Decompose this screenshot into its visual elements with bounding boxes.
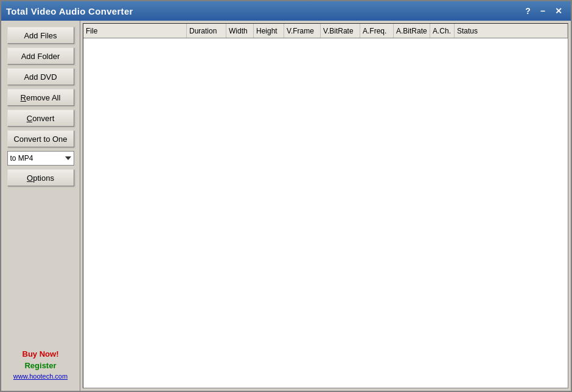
website-link[interactable]: www.hootech.com: [13, 373, 68, 380]
remove-all-label: Remove All: [21, 93, 61, 102]
main-content: Add Files Add Folder Add DVD Remove All …: [1, 21, 571, 391]
options-label: Options: [27, 173, 54, 183]
buy-now-link[interactable]: Buy Now!: [23, 349, 59, 359]
add-files-label: Add Files: [24, 31, 57, 40]
column-header-afreq: A.Freq.: [360, 24, 394, 38]
options-button[interactable]: Options: [7, 169, 74, 186]
remove-all-button[interactable]: Remove All: [7, 89, 74, 106]
column-header-vframe: V.Frame: [284, 24, 321, 38]
column-header-ach: A.Ch.: [430, 24, 455, 38]
column-header-file: File: [83, 24, 187, 38]
column-header-height: Height: [254, 24, 284, 38]
file-list-area: File Duration Width Height V.Frame V.Bit…: [83, 23, 568, 388]
convert-to-one-button[interactable]: Convert to One: [7, 130, 74, 147]
sidebar-bottom: Buy Now! Register www.hootech.com: [13, 349, 68, 385]
convert-button[interactable]: Convert: [7, 110, 74, 127]
add-files-button[interactable]: Add Files: [7, 27, 74, 44]
sidebar: Add Files Add Folder Add DVD Remove All …: [1, 21, 80, 391]
minimize-button[interactable]: −: [537, 5, 549, 17]
close-button[interactable]: ✕: [551, 5, 566, 17]
add-dvd-label: Add DVD: [24, 72, 57, 82]
convert-label: Convert: [27, 114, 55, 123]
main-window: Total Video Audio Converter ? − ✕ Add Fi…: [0, 0, 572, 392]
title-bar: Total Video Audio Converter ? − ✕: [1, 1, 571, 21]
help-button[interactable]: ?: [521, 5, 534, 17]
register-link[interactable]: Register: [24, 361, 56, 370]
window-controls: ? − ✕: [521, 5, 566, 17]
format-select[interactable]: to MP4 to AVI to MOV to MP3 to WAV to AA…: [7, 151, 74, 166]
file-list-header: File Duration Width Height V.Frame V.Bit…: [83, 24, 568, 38]
add-folder-button[interactable]: Add Folder: [7, 47, 74, 65]
add-dvd-button[interactable]: Add DVD: [7, 68, 74, 85]
column-header-duration: Duration: [187, 24, 226, 38]
window-title: Total Video Audio Converter: [6, 6, 133, 16]
column-header-width: Width: [226, 24, 254, 38]
column-header-abitrate: A.BitRate: [394, 24, 430, 38]
add-folder-label: Add Folder: [21, 52, 60, 61]
column-header-vbitrate: V.BitRate: [321, 24, 360, 38]
file-list-body[interactable]: [83, 38, 568, 388]
column-header-status: Status: [455, 24, 568, 38]
